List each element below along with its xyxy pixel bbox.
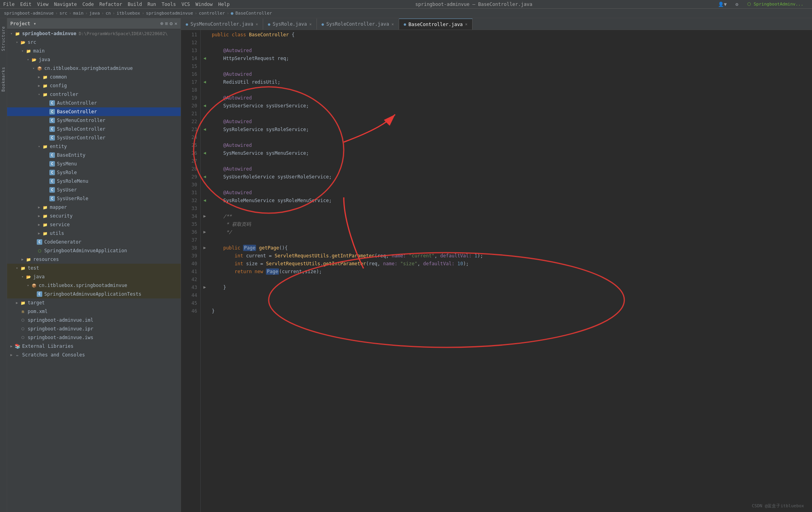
menu-file[interactable]: File <box>3 2 15 7</box>
tree-item-security[interactable]: ▶ 📁 security <box>7 212 181 220</box>
tab-close-base[interactable]: × <box>465 22 467 26</box>
tree-item-mapper[interactable]: ▶ 📁 mapper <box>7 203 181 212</box>
breadcrumb-itbluebox[interactable]: itbluebox <box>117 11 140 16</box>
settings-icon[interactable]: ⚙ <box>735 2 738 7</box>
toolbar-close[interactable]: × <box>174 21 177 26</box>
tree-item-root[interactable]: ▾ 📁 springboot-adminvue D:\ProgramWorkSp… <box>7 29 181 38</box>
menu-help[interactable]: Help <box>218 2 230 7</box>
tree-item-iml[interactable]: ⬡ springboot-adminvue.iml <box>7 316 181 324</box>
menu-view[interactable]: View <box>37 2 49 7</box>
tree-item-ext-lib[interactable]: ▶ 📚 External Libraries <box>7 342 181 351</box>
gutter-38[interactable]: ▶ <box>201 244 209 252</box>
tree-item-common[interactable]: ▶ 📁 common <box>7 73 181 81</box>
structure-tab-label[interactable]: Structure <box>1 26 6 51</box>
tab-sysrole-controller[interactable]: ● SysRoleController.java × <box>317 19 399 30</box>
tree-item-codegenerator[interactable]: C CodeGenerator <box>7 238 181 246</box>
gutter-16 <box>201 70 209 78</box>
menu-window[interactable]: Window <box>196 2 213 7</box>
toolbar-settings[interactable]: ⚙ <box>170 21 173 26</box>
folder-icon: 📁 <box>42 221 48 228</box>
tree-item-controller[interactable]: ▾ 📁 controller <box>7 90 181 99</box>
gutter-20[interactable]: ◀ <box>201 102 209 110</box>
tree-item-auth-controller[interactable]: C AuthController <box>7 99 181 107</box>
tree-item-sysuser-controller[interactable]: C SysUserController <box>7 133 181 142</box>
tree-item-test-cn[interactable]: ▾ 📦 cn.itbluebox.springbootadminvue <box>7 281 181 290</box>
code-line-25: @Autowired <box>212 141 812 149</box>
tab-sysmenu-controller[interactable]: ● SysMenuController.java × <box>181 19 263 30</box>
tree-item-sysrolemenu[interactable]: C SysRoleMenu <box>7 177 181 186</box>
gutter-26[interactable]: ◀ <box>201 149 209 157</box>
tab-close-sysrole[interactable]: × <box>309 22 312 26</box>
code-line-32: SysRoleMenuService sysRoleMenuService; <box>212 197 812 204</box>
tree-item-test-java[interactable]: ▾ 📂 java <box>7 272 181 281</box>
menu-run[interactable]: Run <box>147 2 156 7</box>
gutter-22 <box>201 118 209 126</box>
menu-tools[interactable]: Tools <box>162 2 176 7</box>
toolbar-locate[interactable]: ⊕ <box>160 21 164 26</box>
gutter-36[interactable]: ▶ <box>201 228 209 236</box>
menu-navigate[interactable]: Navigate <box>54 2 77 7</box>
tree-item-iws[interactable]: ⬡ springboot-adminvue.iws <box>7 333 181 342</box>
gutter-43[interactable]: ▶ <box>201 283 209 291</box>
tree-item-resources[interactable]: ▶ 📁 resources <box>7 255 181 264</box>
tree-item-pom[interactable]: m pom.xml <box>7 307 181 316</box>
code-scroll-area[interactable]: public class BaseController { @Autowired… <box>209 30 812 512</box>
breadcrumb-project[interactable]: springboot-adminvue <box>4 11 54 16</box>
menu-edit[interactable]: Edit <box>20 2 32 7</box>
tree-item-test[interactable]: ▾ 📁 test <box>7 264 181 272</box>
breadcrumb-src[interactable]: src <box>59 11 67 16</box>
tree-item-scratches[interactable]: ▶ ✏ Scratches and Consoles <box>7 351 181 359</box>
tree-item-ipr[interactable]: ⬡ springboot-adminvue.ipr <box>7 324 181 333</box>
folder-icon: 📁 <box>42 204 48 210</box>
tree-item-entity[interactable]: ▾ 📁 entity <box>7 142 181 151</box>
code-line-24 <box>212 133 812 141</box>
gutter-17[interactable]: ◀ <box>201 78 209 86</box>
user-icon[interactable]: 👤▼ <box>718 2 727 7</box>
tree-item-sysmenu[interactable]: C SysMenu <box>7 159 181 168</box>
gutter-32[interactable]: ◀ <box>201 197 209 204</box>
menu-vcs[interactable]: VCS <box>181 2 190 7</box>
gutter-42 <box>201 276 209 283</box>
gutter-14[interactable]: ◀ <box>201 54 209 62</box>
menu-code[interactable]: Code <box>83 2 94 7</box>
tree-item-base-controller[interactable]: C BaseController <box>7 107 181 116</box>
code-line-36: */ <box>212 228 812 236</box>
watermark: CSDN @蓝盒子itbluebox <box>752 503 804 509</box>
tree-item-main[interactable]: ▾ 📁 main <box>7 47 181 55</box>
gutter-23[interactable]: ◀ <box>201 126 209 133</box>
tab-close-sysrole-ctrl[interactable]: × <box>392 22 394 26</box>
menu-build[interactable]: Build <box>128 2 142 7</box>
project-dropdown-icon[interactable]: ▾ <box>34 21 36 26</box>
tree-item-sysmenu-controller[interactable]: C SysMenuController <box>7 116 181 125</box>
breadcrumb-java[interactable]: java <box>89 11 100 16</box>
tree-item-app-tests[interactable]: C SpringbootAdminvueApplicationTests <box>7 290 181 298</box>
gutter-29[interactable]: ◀ <box>201 173 209 181</box>
breadcrumb-main[interactable]: main <box>73 11 84 16</box>
breadcrumb-springbootadminvue[interactable]: springbootadminvue <box>146 11 193 16</box>
toolbar-collapse[interactable]: ≡ <box>165 21 168 26</box>
tree-item-config[interactable]: ▶ 📁 config <box>7 81 181 90</box>
tree-item-java[interactable]: ▾ 📂 java <box>7 55 181 64</box>
breadcrumb-cn[interactable]: cn <box>106 11 111 16</box>
tab-base-controller[interactable]: ● BaseController.java × <box>399 19 473 30</box>
tab-sysrole[interactable]: ● SysRole.java × <box>263 19 317 30</box>
tree-item-sysrole[interactable]: C SysRole <box>7 168 181 177</box>
breadcrumb-file[interactable]: BaseController <box>235 11 272 16</box>
tree-item-base-entity[interactable]: C BaseEntity <box>7 151 181 159</box>
tree-item-service[interactable]: ▶ 📁 service <box>7 220 181 229</box>
tree-item-package[interactable]: ▾ 📦 cn.itbluebox.springbootadminvue <box>7 64 181 73</box>
breadcrumb-controller[interactable]: controller <box>199 11 225 16</box>
gutter-34[interactable]: ▶ <box>201 212 209 220</box>
tab-close-sysmenu[interactable]: × <box>256 22 258 26</box>
menu-refactor[interactable]: Refactor <box>99 2 122 7</box>
tree-item-sysuserrole[interactable]: C SysUserRole <box>7 194 181 203</box>
class-icon: C <box>49 195 55 202</box>
tree-item-sysuser[interactable]: C SysUser <box>7 186 181 194</box>
tree-item-utils[interactable]: ▶ 📁 utils <box>7 229 181 238</box>
tree-item-src[interactable]: ▾ 📂 src <box>7 38 181 47</box>
tree-item-sysrole-controller[interactable]: C SysRoleController <box>7 125 181 133</box>
tree-item-target[interactable]: ▶ 📁 target <box>7 298 181 307</box>
code-line-16: @Autowired <box>212 70 812 78</box>
bookmarks-tab-label[interactable]: Bookmarks <box>1 67 6 92</box>
tree-item-main-app[interactable]: ⬡ SpringbootAdminvueApplication <box>7 246 181 255</box>
